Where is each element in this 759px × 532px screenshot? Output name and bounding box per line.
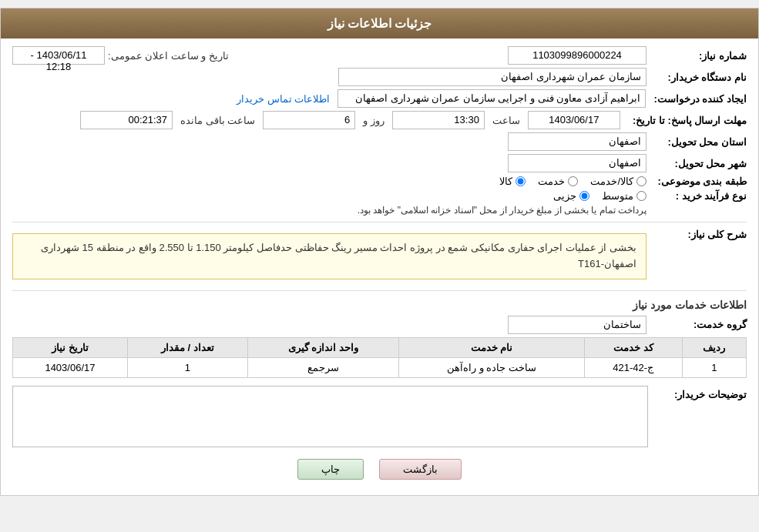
date-value: 1403/06/11 - 12:18	[12, 46, 105, 65]
group-label: گروه خدمت:	[646, 319, 747, 330]
province-label: استان محل تحویل:	[646, 136, 747, 148]
category-goods-service-item: کالا/خدمت	[590, 176, 646, 187]
buyer-notes-row: توضیحات خریدار:	[12, 386, 747, 447]
category-goods-label: کالا	[499, 176, 512, 187]
city-label: شهر محل تحویل:	[646, 158, 747, 169]
process-medium-label: متوسط	[602, 190, 633, 202]
deadline-days: 6	[263, 111, 355, 129]
divider-2	[12, 290, 747, 291]
services-title: اطلاعات خدمات مورد نیاز	[12, 299, 747, 311]
province-row: استان محل تحویل: اصفهان	[12, 132, 747, 151]
col-header-quantity: تعداد / مقدار	[127, 337, 247, 357]
page-title: جزئیات اطلاعات نیاز	[327, 17, 432, 30]
creator-row: ایجاد کننده درخواست: ابراهیم آزادی معاون…	[12, 89, 747, 108]
deadline-time: 13:30	[392, 111, 485, 129]
deadline-remain: 00:21:37	[80, 111, 173, 129]
table-cell-name: ساخت جاده و راه‌آهن	[398, 357, 584, 377]
need-number-label: شماره نیاز:	[646, 50, 747, 62]
buyer-org-value: سازمان عمران شهرداری اصفهان	[338, 68, 646, 86]
description-row: شرح کلی نیاز: بخشی از عملیات اجرای حفاری…	[12, 229, 747, 284]
category-goods-radio[interactable]	[516, 176, 526, 186]
table-cell-quantity: 1	[127, 357, 247, 377]
buyer-notes-label: توضیحات خریدار:	[654, 386, 747, 400]
deadline-remain-label: ساعت باقی مانده	[177, 115, 258, 126]
group-value: ساختمان	[508, 316, 646, 334]
category-label: طبقه بندی موضوعی:	[646, 176, 747, 187]
category-goods-service-label: کالا/خدمت	[590, 176, 633, 187]
description-label: شرح کلی نیاز:	[646, 229, 747, 240]
process-partial-radio[interactable]	[579, 191, 589, 201]
process-label: نوع فرآیند خرید :	[646, 190, 747, 202]
buyer-org-label: نام دستگاه خریدار:	[646, 72, 747, 83]
deadline-time-label: ساعت	[489, 115, 523, 126]
col-header-row: ردیف	[682, 337, 746, 357]
col-header-unit: واحد اندازه گیری	[247, 337, 398, 357]
need-number-row: شماره نیاز: 1103099896000224 تاریخ و ساع…	[12, 46, 747, 65]
buttons-row: بازگشت چاپ	[12, 459, 747, 480]
deadline-day-label: روز و	[360, 115, 388, 126]
process-medium-radio[interactable]	[636, 191, 646, 201]
group-row: گروه خدمت: ساختمان	[12, 316, 747, 334]
page-header: جزئیات اطلاعات نیاز	[1, 8, 758, 38]
table-cell-row: 1	[682, 357, 746, 377]
col-header-code: کد خدمت	[584, 337, 682, 357]
deadline-row: مهلت ارسال پاسخ: تا تاریخ: 1403/06/17 سا…	[12, 111, 747, 129]
divider-1	[12, 222, 747, 223]
col-header-date: تاریخ نیاز	[13, 337, 128, 357]
category-radio-group: کالا/خدمت خدمت کالا	[499, 176, 646, 187]
page-wrapper: جزئیات اطلاعات نیاز شماره نیاز: 11030998…	[0, 8, 759, 496]
table-cell-unit: سرجمع	[247, 357, 398, 377]
content-area: شماره نیاز: 1103099896000224 تاریخ و ساع…	[1, 38, 758, 495]
process-partial-label: جزیی	[553, 190, 576, 202]
description-text: بخشی از عملیات اجرای حفاری مکانیکی شمع د…	[12, 233, 646, 279]
process-note: پرداخت تمام یا بخشی از مبلغ خریدار از مح…	[358, 205, 646, 216]
table-row: 1ج-42-421ساخت جاده و راه‌آهنسرجمع11403/0…	[13, 357, 747, 377]
table-cell-code: ج-42-421	[584, 357, 682, 377]
print-button[interactable]: چاپ	[297, 459, 364, 480]
contact-link[interactable]: اطلاعات تماس خریدار	[237, 93, 330, 105]
table-cell-date: 1403/06/17	[13, 357, 128, 377]
service-table: ردیف کد خدمت نام خدمت واحد اندازه گیری ت…	[12, 337, 747, 378]
col-header-name: نام خدمت	[398, 337, 584, 357]
creator-label: ایجاد کننده درخواست:	[646, 93, 747, 105]
province-value: اصفهان	[508, 132, 646, 151]
category-service-label: خدمت	[538, 176, 565, 187]
city-value: اصفهان	[508, 154, 646, 172]
deadline-date: 1403/06/17	[528, 111, 620, 129]
process-partial-item: جزیی	[553, 190, 589, 202]
city-row: شهر محل تحویل: اصفهان	[12, 154, 747, 172]
category-row: طبقه بندی موضوعی: کالا/خدمت خدمت کالا	[12, 176, 747, 187]
creator-value: ابراهیم آزادی معاون فنی و اجرایی سازمان …	[338, 89, 646, 108]
deadline-label: مهلت ارسال پاسخ: تا تاریخ:	[625, 115, 747, 126]
process-row: نوع فرآیند خرید : متوسط جزیی پرداخت تمام…	[12, 190, 747, 216]
buyer-notes-textarea[interactable]	[12, 386, 648, 447]
back-button[interactable]: بازگشت	[379, 459, 462, 480]
need-number-value: 1103099896000224	[508, 46, 646, 65]
category-goods-service-radio[interactable]	[636, 176, 646, 186]
service-table-header-row: ردیف کد خدمت نام خدمت واحد اندازه گیری ت…	[13, 337, 747, 357]
category-service-item: خدمت	[538, 176, 578, 187]
category-goods-item: کالا	[499, 176, 526, 187]
category-service-radio[interactable]	[568, 176, 578, 186]
process-medium-item: متوسط	[602, 190, 646, 202]
date-label: تاریخ و ساعت اعلان عمومی:	[105, 50, 232, 62]
process-radio-group: متوسط جزیی	[358, 190, 646, 202]
buyer-org-row: نام دستگاه خریدار: سازمان عمران شهرداری …	[12, 68, 747, 86]
